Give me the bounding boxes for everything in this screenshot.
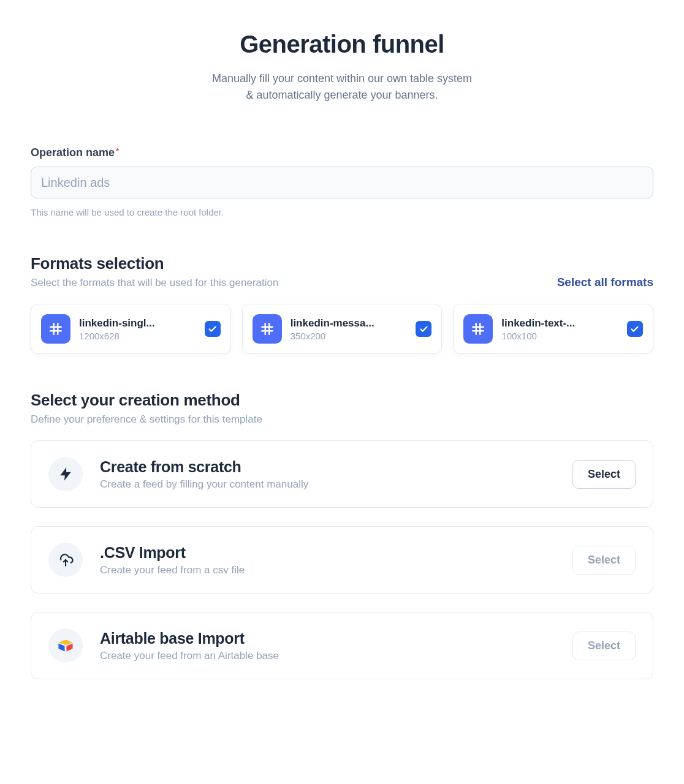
hash-icon [41,314,70,344]
page-subtitle: Manually fill your content within our ow… [31,70,653,104]
format-name: linkedin-messa... [291,317,410,330]
method-description: Create a feed by filling your content ma… [100,478,572,491]
subtitle-line-1: Manually fill your content within our ow… [212,72,472,85]
formats-grid: linkedin-singl... 1200x628 linkedin-mess… [31,304,653,354]
method-scratch: Create from scratch Create a feed by fil… [31,440,653,508]
method-csv: .CSV Import Create your feed from a csv … [31,526,653,594]
page-header: Generation funnel Manually fill your con… [31,31,653,104]
hash-icon [463,314,493,344]
formats-section: Formats selection Select the formats tha… [31,254,653,354]
select-button[interactable]: Select [572,631,636,660]
format-name: linkedin-singl... [79,317,199,330]
method-airtable: Airtable base Import Create your feed fr… [31,612,653,679]
format-checkbox[interactable] [416,321,431,337]
formats-title: Formats selection [31,254,278,273]
format-dimensions: 100x100 [501,331,621,341]
methods-description: Define your preference & settings for th… [31,413,653,426]
formats-description: Select the formats that will be used for… [31,277,278,289]
method-description: Create your feed from an Airtable base [100,650,572,662]
select-all-formats-button[interactable]: Select all formats [557,276,653,289]
methods-title: Select your creation method [31,391,653,410]
svg-marker-14 [58,643,64,651]
bolt-icon [48,457,83,491]
cloud-upload-icon [48,543,83,577]
format-card[interactable]: linkedin-messa... 350x200 [242,304,443,354]
select-button[interactable]: Select [572,460,636,489]
format-card[interactable]: linkedin-singl... 1200x628 [31,304,231,354]
operation-name-section: Operation name* This name will be used t… [31,146,653,217]
method-description: Create your feed from a csv file [100,564,572,576]
operation-name-label: Operation name* [31,146,653,159]
format-card[interactable]: linkedin-text-... 100x100 [453,304,653,354]
method-title: Airtable base Import [100,630,572,647]
subtitle-line-2: & automatically generate your banners. [246,89,438,101]
format-checkbox[interactable] [627,321,643,337]
select-button[interactable]: Select [572,546,636,575]
creation-method-section: Select your creation method Define your … [31,391,653,679]
format-dimensions: 1200x628 [79,331,199,341]
svg-marker-15 [66,643,72,651]
format-name: linkedin-text-... [501,317,621,330]
operation-name-input[interactable] [31,167,653,198]
hash-icon [253,314,282,344]
format-checkbox[interactable] [205,321,221,337]
method-title: Create from scratch [100,458,572,476]
formats-section-header: Formats selection Select the formats tha… [31,254,653,289]
method-title: .CSV Import [100,544,572,562]
page-title: Generation funnel [31,31,653,58]
operation-help-text: This name will be used to create the roo… [31,207,653,217]
methods-list: Create from scratch Create a feed by fil… [31,440,653,679]
airtable-icon [48,628,83,663]
format-dimensions: 350x200 [291,331,410,341]
required-indicator: * [116,146,119,156]
